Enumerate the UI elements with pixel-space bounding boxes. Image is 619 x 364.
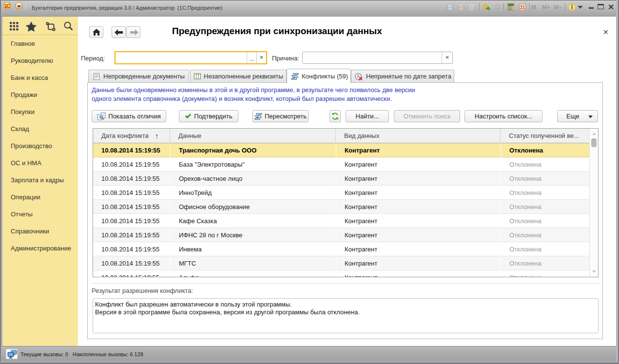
svg-text:31: 31 (520, 5, 525, 10)
